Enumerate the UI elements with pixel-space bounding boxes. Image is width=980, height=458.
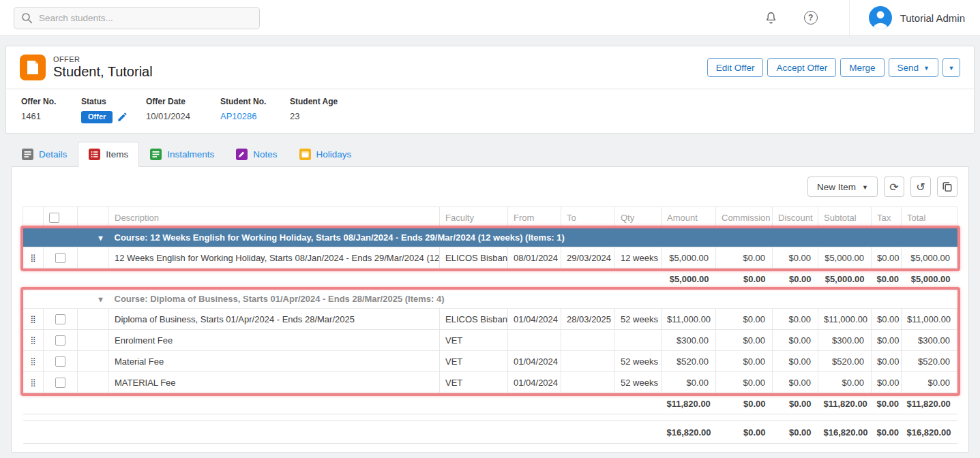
merge-button[interactable]: Merge	[840, 58, 884, 77]
item-total: $300.00	[902, 330, 957, 351]
item-qty: 52 weeks	[615, 372, 662, 393]
drag-handle[interactable]: ⣿	[23, 372, 44, 393]
course-group-header[interactable]: ▾ Course: 12 Weeks English for Working H…	[23, 228, 957, 247]
row-checkbox[interactable]	[55, 378, 65, 388]
tab-notes[interactable]: Notes	[225, 142, 288, 167]
status-badge: Offer	[81, 111, 113, 123]
col-subtotal: Subtotal	[818, 207, 872, 228]
topbar-right: ? Tutorial Admin	[760, 0, 965, 35]
offer-tabs: Details Items Instalments Notes	[11, 142, 969, 166]
copy-icon	[942, 181, 953, 192]
field-student-no: Student No. AP10286	[220, 97, 290, 123]
item-description: Material Fee	[109, 351, 440, 372]
group-subtotal-amount: $11,820.00	[662, 393, 716, 414]
item-from: 01/04/2024	[508, 351, 561, 372]
offer-actions: Edit Offer Accept Offer Merge Send ▼ ▼	[707, 58, 960, 77]
table-row: ⣿ Enrolment Fee VET $300.00 $0.00 $0.00 …	[23, 330, 957, 351]
instalments-tab-icon	[150, 149, 162, 160]
spacer	[23, 414, 957, 421]
tab-holidays[interactable]: Holidays	[288, 142, 363, 167]
edit-offer-button[interactable]: Edit Offer	[707, 58, 764, 77]
item-from: 01/04/2024	[508, 309, 561, 330]
item-discount: $0.00	[773, 372, 818, 393]
table-header-row: Description Faculty From To Qty Amount C…	[23, 207, 957, 228]
tab-items[interactable]: Items	[78, 142, 139, 167]
item-faculty: VET	[440, 351, 508, 372]
offer-summary-fields: Offer No. 1461 Status Offer Offer Date	[6, 89, 974, 133]
items-tab-icon	[89, 149, 100, 160]
offer-icon	[20, 55, 46, 80]
edit-status-button[interactable]	[117, 112, 127, 122]
col-faculty: Faculty	[440, 207, 508, 228]
group-subtotal-row: $11,820.00 $0.00 $0.00 $11,820.00 $0.00 …	[23, 393, 957, 414]
row-checkbox[interactable]	[55, 356, 65, 367]
group-subtotal-row: $5,000.00 $0.00 $0.00 $5,000.00 $0.00 $5…	[23, 269, 957, 290]
tab-details[interactable]: Details	[11, 142, 78, 167]
row-checkbox[interactable]	[55, 253, 65, 263]
drag-handle[interactable]: ⣿	[23, 309, 44, 330]
item-from	[508, 330, 561, 351]
select-all-checkbox[interactable]	[49, 213, 59, 223]
person-icon	[869, 6, 892, 29]
pencil-icon	[117, 112, 127, 122]
grand-total-discount: $0.00	[773, 421, 818, 444]
row-checkbox[interactable]	[55, 335, 65, 346]
item-discount: $0.00	[773, 351, 818, 372]
new-item-button[interactable]: New Item ▼	[807, 177, 878, 197]
item-amount: $11,000.00	[662, 309, 716, 330]
chevron-down-icon: ▼	[949, 65, 955, 72]
collapse-caret-icon[interactable]: ▾	[98, 233, 102, 243]
more-actions-button[interactable]: ▼	[942, 58, 960, 77]
row-checkbox[interactable]	[55, 314, 65, 324]
help-button[interactable]: ?	[800, 7, 822, 29]
col-amount: Amount	[662, 207, 716, 228]
course-group-title: Course: Diploma of Business, Starts 01/A…	[109, 290, 957, 309]
item-total: $520.00	[902, 351, 957, 372]
drag-handle[interactable]: ⣿	[23, 351, 44, 372]
chevron-down-icon: ▼	[923, 65, 930, 72]
item-amount: $520.00	[662, 351, 716, 372]
item-faculty: ELICOS Bisbane	[440, 309, 508, 330]
accept-offer-button[interactable]: Accept Offer	[767, 58, 836, 77]
copy-button[interactable]	[937, 177, 957, 197]
offer-kind-label: OFFER	[53, 55, 153, 63]
field-offer-no: Offer No. 1461	[21, 97, 81, 123]
item-qty: 52 weeks	[615, 351, 662, 372]
group-subtotal-total: $5,000.00	[902, 269, 957, 290]
holidays-tab-icon	[299, 149, 311, 160]
item-tax: $0.00	[872, 351, 902, 372]
item-amount: $0.00	[662, 372, 716, 393]
item-discount: $0.00	[773, 309, 818, 330]
tab-instalments[interactable]: Instalments	[139, 142, 225, 167]
item-tax: $0.00	[872, 330, 902, 351]
student-search	[14, 7, 260, 29]
grand-total-amount: $16,820.00	[662, 421, 716, 444]
item-to	[561, 372, 615, 393]
details-tab-icon	[22, 149, 33, 160]
offer-date-value: 10/01/2024	[146, 111, 220, 121]
refresh-icon: ⟳	[889, 181, 898, 194]
item-to	[561, 351, 615, 372]
refresh-button[interactable]: ⟳	[884, 177, 904, 197]
item-tax: $0.00	[872, 309, 902, 330]
help-icon: ?	[804, 11, 818, 25]
item-qty	[615, 330, 662, 351]
item-tax: $0.00	[872, 372, 902, 393]
notifications-button[interactable]	[760, 7, 782, 29]
search-input[interactable]	[14, 7, 260, 29]
collapse-caret-icon[interactable]: ▾	[98, 294, 102, 304]
drag-handle[interactable]: ⣿	[23, 330, 44, 351]
table-row: ⣿ 12 Weeks English for Working Holiday, …	[23, 247, 957, 269]
table-row: ⣿ MATERIAL Fee VET 01/04/2024 52 weeks $…	[23, 372, 957, 393]
item-commission: $0.00	[716, 330, 773, 351]
offer-card: OFFER Student, Tutorial Edit Offer Accep…	[5, 46, 975, 134]
items-toolbar: New Item ▼ ⟳ ↺	[23, 177, 957, 197]
user-menu[interactable]: Tutorial Admin	[849, 0, 965, 35]
item-subtotal: $11,000.00	[818, 309, 872, 330]
send-button[interactable]: Send ▼	[889, 58, 938, 77]
item-subtotal: $5,000.00	[818, 247, 872, 269]
history-button[interactable]: ↺	[910, 177, 931, 197]
student-no-link[interactable]: AP10286	[220, 111, 257, 121]
course-group-header[interactable]: ▾ Course: Diploma of Business, Starts 01…	[23, 290, 957, 309]
drag-handle[interactable]: ⣿	[23, 247, 44, 269]
